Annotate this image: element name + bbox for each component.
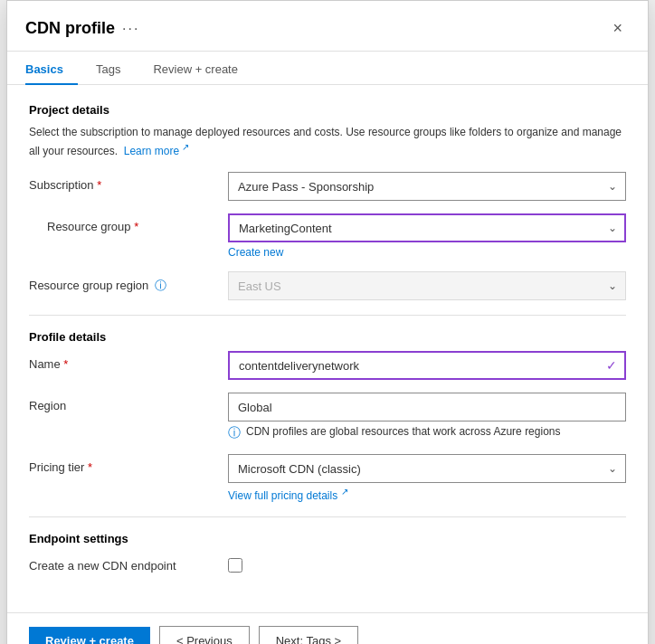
learn-more-link[interactable]: Learn more ↗ [124, 145, 190, 157]
region-info-circle-icon: ⓘ [228, 425, 241, 441]
tab-basics[interactable]: Basics [25, 55, 78, 85]
name-label: Name * [29, 351, 228, 371]
tab-review-create[interactable]: Review + create [153, 55, 252, 85]
previous-button[interactable]: < Previous [159, 626, 250, 644]
section-divider-2 [29, 516, 626, 517]
resource-group-label: Resource group * [29, 213, 228, 233]
create-endpoint-row: Create a new CDN endpoint [29, 553, 626, 582]
resource-group-select-wrapper: MarketingContent ⌄ [228, 213, 626, 242]
name-check-icon: ✓ [606, 358, 617, 373]
tabs-bar: Basics Tags Review + create [7, 55, 648, 85]
subscription-control: Azure Pass - Sponsorship ⌄ [228, 172, 626, 201]
subscription-select-wrapper: Azure Pass - Sponsorship ⌄ [228, 172, 626, 201]
resource-group-region-control: East US ⌄ [228, 271, 626, 300]
tab-tags[interactable]: Tags [96, 55, 135, 85]
region-info-icon: ⓘ [155, 279, 166, 292]
dialog-title: CDN profile [25, 19, 115, 38]
resource-group-region-row: Resource group region ⓘ East US ⌄ [29, 271, 626, 300]
create-endpoint-label: Create a new CDN endpoint [29, 553, 228, 573]
pricing-external-link-icon: ↗ [341, 487, 348, 497]
create-new-link[interactable]: Create new [228, 246, 626, 259]
resource-group-region-label: Resource group region ⓘ [29, 271, 228, 294]
dialog-footer: Review + create < Previous Next: Tags > [7, 612, 648, 644]
region-control: ⓘ CDN profiles are global resources that… [228, 393, 626, 441]
region-label: Region [29, 393, 228, 412]
region-info-message: ⓘ CDN profiles are global resources that… [228, 425, 626, 441]
pricing-tier-label: Pricing tier * [29, 454, 228, 474]
close-button[interactable]: × [605, 15, 630, 42]
review-create-button[interactable]: Review + create [29, 627, 150, 644]
region-input[interactable] [228, 393, 626, 421]
resource-group-select[interactable]: MarketingContent [228, 213, 626, 242]
name-input-wrapper: ✓ [228, 351, 626, 380]
external-link-icon: ↗ [182, 142, 189, 152]
pricing-details-link[interactable]: View full pricing details ↗ [228, 487, 626, 502]
name-row: Name * ✓ [29, 351, 626, 380]
resource-group-row: Resource group * MarketingContent ⌄ Crea… [29, 213, 626, 259]
pricing-tier-select-wrapper: Microsoft CDN (classic) ⌄ [228, 454, 626, 483]
cdn-profile-dialog: CDN profile ··· × Basics Tags Review + c… [6, 0, 649, 644]
subscription-label: Subscription * [29, 172, 228, 192]
profile-details-title: Profile details [29, 330, 626, 344]
name-required: * [63, 357, 68, 371]
dialog-title-row: CDN profile ··· [25, 19, 139, 47]
pricing-tier-select[interactable]: Microsoft CDN (classic) [228, 454, 626, 483]
subscription-required: * [97, 178, 101, 192]
project-details-title: Project details [29, 103, 626, 117]
dialog-ellipsis-button[interactable]: ··· [122, 21, 139, 37]
next-button[interactable]: Next: Tags > [259, 626, 358, 644]
create-endpoint-checkbox-label [228, 553, 626, 573]
dialog-header: CDN profile ··· × [7, 1, 648, 52]
resource-group-region-select[interactable]: East US [228, 271, 626, 300]
dialog-body: Project details Select the subscription … [7, 85, 648, 612]
pricing-tier-required: * [88, 460, 92, 474]
subscription-select[interactable]: Azure Pass - Sponsorship [228, 172, 626, 201]
resource-group-required: * [134, 220, 138, 233]
resource-group-region-select-wrapper: East US ⌄ [228, 271, 626, 300]
resource-group-control: MarketingContent ⌄ Create new [228, 213, 626, 259]
name-input[interactable] [228, 351, 626, 380]
pricing-tier-row: Pricing tier * Microsoft CDN (classic) ⌄… [29, 454, 626, 502]
pricing-tier-control: Microsoft CDN (classic) ⌄ View full pric… [228, 454, 626, 502]
region-row: Region ⓘ CDN profiles are global resourc… [29, 393, 626, 441]
create-endpoint-checkbox[interactable] [228, 558, 242, 573]
project-details-desc: Select the subscription to manage deploy… [29, 124, 626, 159]
section-divider-1 [29, 315, 626, 316]
name-control: ✓ [228, 351, 626, 380]
endpoint-settings-title: Endpoint settings [29, 532, 626, 545]
create-endpoint-control [228, 553, 626, 573]
subscription-row: Subscription * Azure Pass - Sponsorship … [29, 172, 626, 201]
